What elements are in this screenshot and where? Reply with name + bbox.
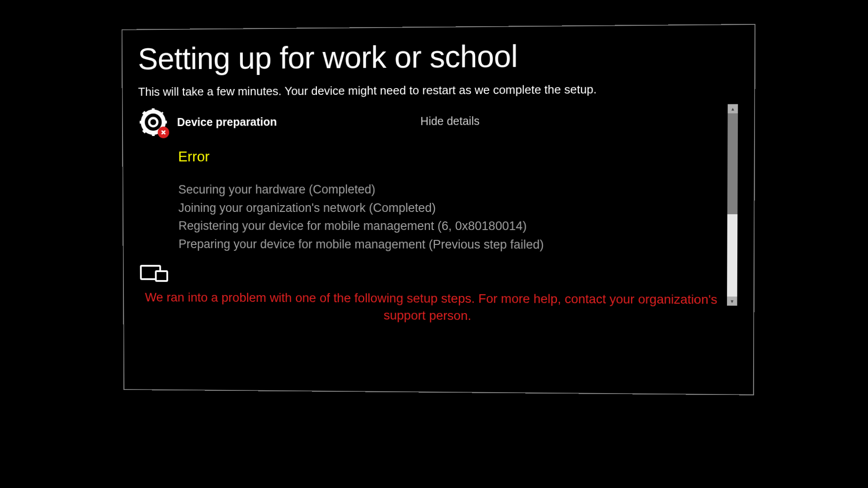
setup-step: Joining your organization's network (Com… <box>178 198 723 217</box>
scrollbar[interactable]: ▲ ▼ <box>727 104 738 305</box>
details-block: Error Securing your hardware (Completed)… <box>138 147 724 254</box>
error-badge-icon <box>158 127 169 138</box>
hide-details-link[interactable]: Hide details <box>420 114 480 128</box>
close-icon <box>160 129 167 136</box>
scroll-area: Device preparation Hide details Error Se… <box>138 104 738 385</box>
scrollbar-track[interactable] <box>727 214 737 296</box>
scrollbar-thumb[interactable] <box>727 113 738 214</box>
setup-step: Securing your hardware (Completed) <box>178 180 724 199</box>
scrollbar-down-arrow[interactable]: ▼ <box>727 296 737 305</box>
svg-rect-4 <box>156 271 167 281</box>
error-status-label: Error <box>178 147 724 165</box>
device-preparation-header: Device preparation Hide details <box>138 104 724 138</box>
page-subtitle: This will take a few minutes. Your devic… <box>138 82 738 99</box>
setup-step: Registering your device for mobile manag… <box>179 217 724 235</box>
devices-icon <box>139 264 169 283</box>
problem-message: We ran into a problem with one of the fo… <box>139 289 723 325</box>
dialog-content: Setting up for work or school This will … <box>123 25 755 394</box>
scroll-content: Device preparation Hide details Error Se… <box>138 104 724 385</box>
gear-icon-wrapper <box>138 107 169 138</box>
page-title: Setting up for work or school <box>138 37 738 76</box>
scrollbar-up-arrow[interactable]: ▲ <box>728 104 738 113</box>
setup-dialog: Setting up for work or school This will … <box>122 24 755 395</box>
svg-point-2 <box>149 118 157 126</box>
setup-step: Preparing your device for mobile managem… <box>179 235 724 254</box>
section-label: Device preparation <box>177 115 277 129</box>
devices-icon-wrapper <box>139 264 724 286</box>
